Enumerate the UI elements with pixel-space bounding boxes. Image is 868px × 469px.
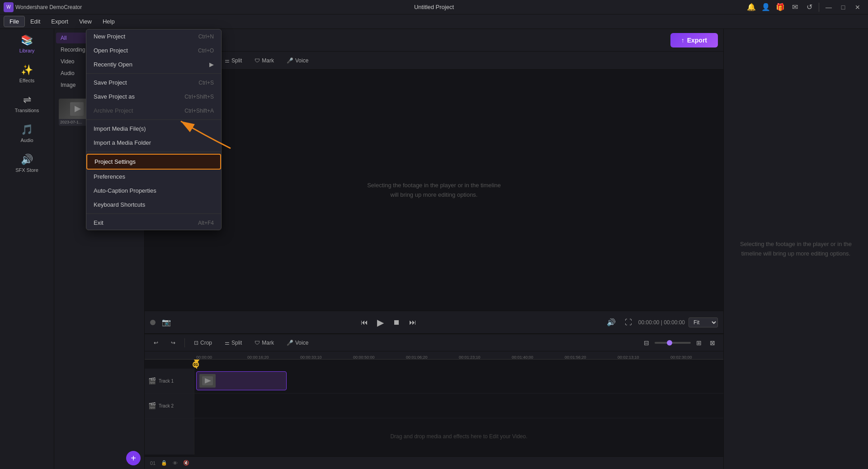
menu-import-media[interactable]: Import Media File(s) xyxy=(86,122,221,136)
track-content-1[interactable] xyxy=(194,369,723,393)
time-display: 00:00:00 | 00:00:00 xyxy=(638,319,685,326)
add-media-button[interactable]: + xyxy=(126,451,141,465)
export-label: Export xyxy=(687,37,707,44)
maximize-btn[interactable]: □ xyxy=(836,2,850,12)
menu-help[interactable]: Help xyxy=(97,16,120,27)
archive-project-shortcut: Ctrl+Shift+A xyxy=(184,108,214,114)
playhead-marker[interactable]: 01 xyxy=(193,361,199,368)
timeline-ruler: 00:00:00 00:00:16;20 00:00:33;10 00:00:5… xyxy=(145,351,723,360)
menu-edit[interactable]: Edit xyxy=(25,16,46,27)
track-content-2[interactable] xyxy=(194,393,723,418)
mark-button[interactable]: 🛡 Mark xyxy=(251,56,278,65)
menu-save-project-as[interactable]: Save Project as Ctrl+Shift+S xyxy=(86,90,221,104)
sidebar-item-sfx[interactable]: 🔊 SFX Store xyxy=(2,149,52,177)
export-button[interactable]: ↑ Export xyxy=(670,33,718,47)
timeline-clip-1[interactable] xyxy=(196,371,287,390)
sidebar: 📚 Library ✨ Effects ⇌ Transitions 🎵 Audi… xyxy=(0,29,54,469)
menu-preferences[interactable]: Preferences xyxy=(86,170,221,184)
fit-select[interactable]: Fit 25% 50% 75% 100% xyxy=(689,317,718,327)
menu-file[interactable]: File xyxy=(4,16,25,27)
drag-drop-hint: Drag and drop media and effects here to … xyxy=(194,418,723,455)
dd-sep-2 xyxy=(86,119,221,120)
titlebar: W Wondershare DemoCreator Untitled Proje… xyxy=(0,0,868,14)
track-row-2: 🎬 Track 2 xyxy=(145,393,723,418)
voice-icon: 🎤 xyxy=(287,57,293,64)
timeline-undo[interactable]: ↩ xyxy=(150,338,162,347)
mark-label: Mark xyxy=(262,57,274,64)
toolbar: Record ▾ ↑ Export xyxy=(145,29,723,52)
timeline-crop[interactable]: ⊡ Crop xyxy=(190,338,216,347)
ruler-label-0: 00:00:00 xyxy=(196,355,212,360)
menu-open-project[interactable]: Open Project Ctrl+O xyxy=(86,43,221,57)
sidebar-item-effects[interactable]: ✨ Effects xyxy=(2,60,52,88)
menu-keyboard-shortcuts[interactable]: Keyboard Shortcuts xyxy=(86,198,221,212)
preview-indicator xyxy=(150,320,156,325)
save-project-as-shortcut: Ctrl+Shift+S xyxy=(184,94,214,100)
zoom-in-btn[interactable]: ⊞ xyxy=(693,338,704,347)
timeline-split[interactable]: ⚌ Split xyxy=(221,338,245,347)
frame-label: 01 xyxy=(150,460,156,466)
timeline-toolbar: ↩ ↪ ⊡ Crop ⚌ Split 🛡 Mark 🎤 Voice ⊟ ⊞ ⊠ xyxy=(145,334,723,351)
play-btn[interactable]: ▶ xyxy=(374,315,387,330)
recently-open-label: Recently Open xyxy=(94,61,132,68)
zoom-out-btn[interactable]: ⊟ xyxy=(641,338,652,347)
menu-save-project[interactable]: Save Project Ctrl+S xyxy=(86,76,221,90)
menu-view[interactable]: View xyxy=(74,16,97,27)
exit-label: Exit xyxy=(94,219,104,226)
next-frame-btn[interactable]: ⏭ xyxy=(406,317,419,328)
menu-auto-caption[interactable]: Auto-Caption Properties xyxy=(86,184,221,198)
mail-icon[interactable]: ✉ xyxy=(788,2,802,12)
volume-btn[interactable]: 🔊 xyxy=(604,316,618,328)
fullscreen-btn[interactable]: ⛶ xyxy=(622,317,635,328)
gift-icon[interactable]: 🎁 xyxy=(774,2,787,12)
sidebar-item-library[interactable]: 📚 Library xyxy=(2,30,52,58)
notification-icon[interactable]: 🔔 xyxy=(745,2,758,12)
track-icon-1: 🎬 xyxy=(148,377,156,384)
timeline-area: ↩ ↪ ⊡ Crop ⚌ Split 🛡 Mark 🎤 Voice ⊟ ⊞ ⊠ xyxy=(145,333,723,469)
drag-drop-row: Drag and drop media and effects here to … xyxy=(145,418,723,455)
stop-btn[interactable]: ⏹ xyxy=(390,317,403,328)
menu-project-settings[interactable]: Project Settings xyxy=(86,154,221,170)
close-btn[interactable]: ✕ xyxy=(851,2,864,12)
separator xyxy=(819,3,819,12)
menu-exit[interactable]: Exit Alt+F4 xyxy=(86,216,221,230)
account-icon[interactable]: 👤 xyxy=(759,2,773,12)
lock-btn[interactable]: 🔒 xyxy=(161,460,167,466)
split-label: Split xyxy=(231,57,242,64)
ruler-label-8: 00:02:13;10 xyxy=(618,355,639,360)
timeline-redo[interactable]: ↪ xyxy=(167,338,179,347)
sidebar-label-effects: Effects xyxy=(19,78,34,83)
drag-drop-text: Drag and drop media and effects here to … xyxy=(390,433,527,440)
mute-btn[interactable]: 🔇 xyxy=(183,460,189,466)
status-bar: 01 🔒 👁 🔇 xyxy=(145,456,723,469)
playhead-row: 01 xyxy=(145,360,723,369)
snapshot-btn[interactable]: 📷 xyxy=(159,316,174,328)
menu-recently-open[interactable]: Recently Open ▶ xyxy=(86,57,221,71)
voice-label: Voice xyxy=(295,57,308,64)
zoom-fit-btn[interactable]: ⊠ xyxy=(707,338,718,347)
zoom-slider[interactable] xyxy=(655,342,691,344)
sidebar-item-transitions[interactable]: ⇌ Transitions xyxy=(2,90,52,118)
timeline-mark[interactable]: 🛡 Mark xyxy=(251,338,278,347)
minimize-btn[interactable]: — xyxy=(822,2,835,12)
sidebar-item-audio[interactable]: 🎵 Audio xyxy=(2,119,52,147)
prev-frame-btn[interactable]: ⏮ xyxy=(358,317,371,328)
file-dropdown: New Project Ctrl+N Open Project Ctrl+O R… xyxy=(86,29,222,230)
timeline-voice[interactable]: 🎤 Voice xyxy=(283,338,312,347)
import-media-label: Import Media File(s) xyxy=(94,125,146,132)
titlebar-left: W Wondershare DemoCreator xyxy=(0,2,82,12)
ruler-label-2: 00:00:33;10 xyxy=(300,355,322,360)
menu-import-folder[interactable]: Import a Media Folder xyxy=(86,136,221,150)
menu-new-project[interactable]: New Project Ctrl+N xyxy=(86,29,221,43)
voice-button[interactable]: 🎤 Voice xyxy=(283,56,312,65)
project-settings-label: Project Settings xyxy=(94,158,136,165)
split-button[interactable]: ⚌ Split xyxy=(221,56,245,65)
track-label-1: 🎬 Track 1 xyxy=(145,369,194,393)
timeline-content: 00:00:00 00:00:16;20 00:00:33;10 00:00:5… xyxy=(145,351,723,456)
editing-toolbar: ↩ ↪ ⊡ Crop ⚌ Split 🛡 Mark 🎤 Voice xyxy=(145,52,723,70)
clip-thumbnail-1 xyxy=(199,374,216,388)
refresh-icon[interactable]: ↺ xyxy=(802,2,816,12)
menu-export[interactable]: Export xyxy=(46,16,74,27)
eye-btn[interactable]: 👁 xyxy=(173,460,178,466)
ruler-label-9: 00:02:30;00 xyxy=(670,355,692,360)
